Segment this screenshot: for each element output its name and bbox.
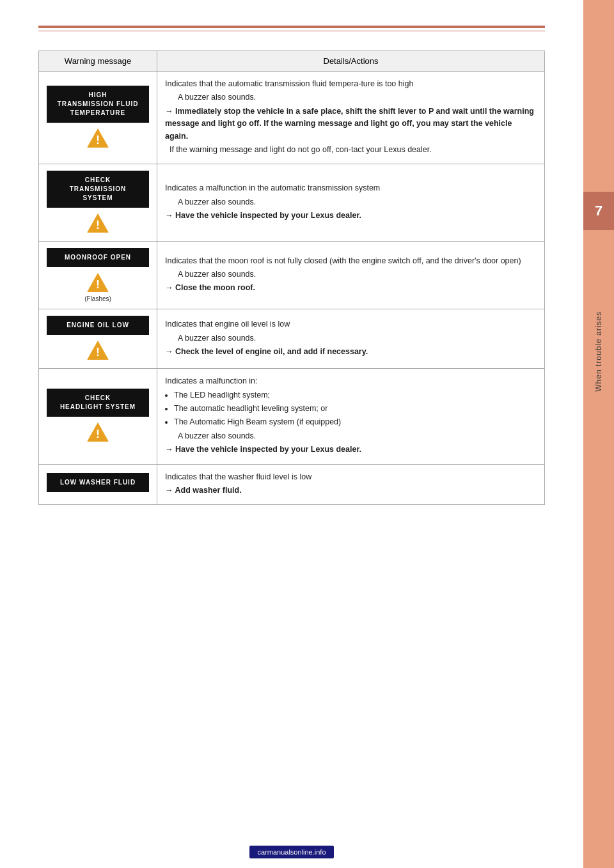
carmanual-logo: carmanualsonline.info bbox=[0, 846, 583, 858]
svg-text:!: ! bbox=[96, 134, 100, 146]
list-item: The Automatic High Beam system (if equip… bbox=[174, 416, 537, 428]
warning-icon-check-trans: ! bbox=[47, 212, 149, 235]
triangle-warning-icon: ! bbox=[86, 339, 109, 362]
svg-text:!: ! bbox=[96, 428, 100, 440]
triangle-warning-icon: ! bbox=[86, 271, 109, 294]
triangle-warning-icon: ! bbox=[86, 212, 109, 235]
warning-cell-moonroof: MOONROOF OPEN ! (Flashes) bbox=[39, 242, 157, 309]
triangle-warning-icon: ! bbox=[86, 421, 109, 444]
warning-icon-high-trans: ! bbox=[47, 127, 149, 150]
warning-icon-headlight: ! bbox=[47, 421, 149, 444]
sidebar-tab: 7 When trouble arises bbox=[583, 0, 614, 868]
sidebar-number: 7 bbox=[583, 192, 614, 230]
top-line-thin bbox=[38, 31, 545, 31]
table-row: HIGHTRANSMISSION FLUIDTEMPERATURE ! Indi… bbox=[39, 72, 545, 164]
details-cell-check-trans: Indicates a malfunction in the automatic… bbox=[157, 164, 545, 242]
details-cell-moonroof: Indicates that the moon roof is not full… bbox=[157, 242, 545, 309]
table-row: MOONROOF OPEN ! (Flashes) Indicates that… bbox=[39, 242, 545, 309]
col1-header: Warning message bbox=[39, 51, 157, 72]
details-cell-washer: Indicates that the washer fluid level is… bbox=[157, 464, 545, 505]
svg-text:!: ! bbox=[96, 278, 100, 291]
table-row: CHECKTRANSMISSIONSYSTEM ! Indicates a ma… bbox=[39, 164, 545, 242]
page-container: 7 When trouble arises Warning message De… bbox=[0, 0, 614, 868]
details-cell-high-trans: Indicates that the automatic transmissio… bbox=[157, 72, 545, 164]
list-item: The LED headlight system; bbox=[174, 389, 537, 401]
flashes-label: (Flashes) bbox=[47, 295, 149, 302]
warning-cell-check-trans: CHECKTRANSMISSIONSYSTEM ! bbox=[39, 164, 157, 242]
warning-display-washer: LOW WASHER FLUID bbox=[47, 473, 149, 492]
carmanual-logo-text: carmanualsonline.info bbox=[249, 846, 333, 858]
main-content: Warning message Details/Actions HIGHTRAN… bbox=[0, 0, 583, 543]
table-row: ENGINE OIL LOW ! Indicates that engine o… bbox=[39, 309, 545, 369]
sidebar-label-text: When trouble arises bbox=[594, 311, 603, 392]
warning-display-check-trans: CHECKTRANSMISSIONSYSTEM bbox=[47, 171, 149, 208]
col2-header: Details/Actions bbox=[157, 51, 545, 72]
list-item: The automatic headlight leveling system;… bbox=[174, 403, 537, 415]
warning-cell-headlight: CHECKHEADLIGHT SYSTEM ! bbox=[39, 369, 157, 464]
warning-icon-moonroof: ! bbox=[47, 271, 149, 294]
svg-text:!: ! bbox=[96, 346, 100, 359]
top-line-thick bbox=[38, 26, 545, 28]
warning-table: Warning message Details/Actions HIGHTRAN… bbox=[38, 50, 545, 505]
warning-icon-engine-oil: ! bbox=[47, 339, 149, 362]
table-row: LOW WASHER FLUID Indicates that the wash… bbox=[39, 464, 545, 505]
details-cell-headlight: Indicates a malfunction in: The LED head… bbox=[157, 369, 545, 464]
warning-cell-engine-oil: ENGINE OIL LOW ! bbox=[39, 309, 157, 369]
warning-display-high-trans: HIGHTRANSMISSION FLUIDTEMPERATURE bbox=[47, 86, 149, 123]
sidebar-label: When trouble arises bbox=[583, 256, 614, 447]
warning-cell-high-trans: HIGHTRANSMISSION FLUIDTEMPERATURE ! bbox=[39, 72, 157, 164]
warning-display-moonroof: MOONROOF OPEN bbox=[47, 248, 149, 267]
triangle-warning-icon: ! bbox=[86, 127, 109, 150]
warning-cell-washer: LOW WASHER FLUID bbox=[39, 464, 157, 505]
top-lines bbox=[38, 26, 545, 31]
warning-display-engine-oil: ENGINE OIL LOW bbox=[47, 316, 149, 335]
warning-display-headlight: CHECKHEADLIGHT SYSTEM bbox=[47, 389, 149, 417]
svg-text:!: ! bbox=[96, 219, 100, 231]
details-cell-engine-oil: Indicates that engine oil level is low A… bbox=[157, 309, 545, 369]
table-row: CHECKHEADLIGHT SYSTEM ! Indicates a malf… bbox=[39, 369, 545, 464]
